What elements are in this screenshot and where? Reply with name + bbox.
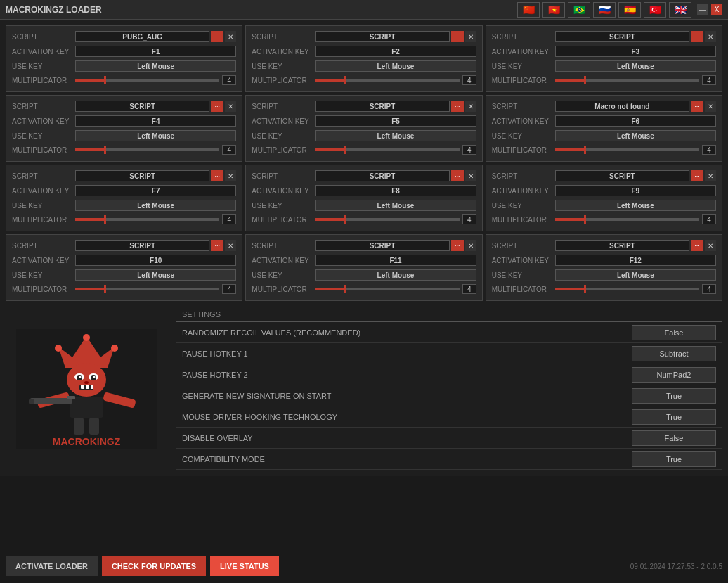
panel-dots-btn-p10[interactable]: ··· <box>211 240 223 251</box>
mult-row-p12: MULTIPLICATOR 4 <box>492 283 716 295</box>
use-key-row-p5: USE KEY Left Mouse <box>252 129 476 142</box>
use-key-value-p1[interactable]: Left Mouse <box>75 60 236 72</box>
settings-value-btn-6[interactable]: True <box>632 451 716 467</box>
panel-dots-btn-p4[interactable]: ··· <box>211 101 223 112</box>
panel-close-btn-p11[interactable]: ✕ <box>465 240 476 251</box>
mult-row-p9: MULTIPLICATOR 4 <box>492 214 716 225</box>
use-key-label-p8: USE KEY <box>252 202 315 210</box>
panel-dots-btn-p6[interactable]: ··· <box>691 101 703 112</box>
activation-row-p4: ACTIVATION KEY F4 <box>12 115 236 127</box>
slider-container-p10: 4 <box>75 284 236 294</box>
slider-track-p6[interactable] <box>555 148 699 151</box>
live-status-button[interactable]: LIVE STATUS <box>210 556 279 576</box>
slider-fill-p9 <box>555 218 584 221</box>
use-key-value-p9[interactable]: Left Mouse <box>555 200 716 211</box>
use-key-value-p10[interactable]: Left Mouse <box>75 269 236 281</box>
use-key-value-p6[interactable]: Left Mouse <box>555 130 716 141</box>
activation-row-p6: ACTIVATION KEY F6 <box>492 115 716 127</box>
flag-gb[interactable]: 🇬🇧 <box>669 2 691 18</box>
svg-point-4 <box>111 345 118 352</box>
settings-value-btn-3[interactable]: True <box>632 388 716 404</box>
use-key-value-p11[interactable]: Left Mouse <box>315 269 476 281</box>
flag-tr[interactable]: 🇹🇷 <box>644 2 666 18</box>
svg-rect-14 <box>81 385 84 389</box>
slider-track-p9[interactable] <box>555 218 699 221</box>
panel-close-btn-p5[interactable]: ✕ <box>465 101 476 112</box>
panel-close-btn-p12[interactable]: ✕ <box>705 240 716 251</box>
activation-row-p11: ACTIVATION KEY F11 <box>252 254 476 267</box>
slider-track-p11[interactable] <box>315 288 459 290</box>
script-panel-p2: SCRIPT SCRIPT ··· ✕ ACTIVATION KEY F2 US… <box>245 25 482 92</box>
use-key-value-p5[interactable]: Left Mouse <box>315 130 476 141</box>
slider-fill-p4 <box>75 148 104 151</box>
settings-value-btn-0[interactable]: False <box>632 325 716 340</box>
panel-dots-btn-p9[interactable]: ··· <box>691 170 703 181</box>
panel-dots-btn-p1[interactable]: ··· <box>211 31 223 42</box>
settings-label-4: MOUSE-DRIVER-HOOKING TECHNOLOGY <box>182 413 632 421</box>
panel-dots-btn-p12[interactable]: ··· <box>691 240 703 251</box>
panel-close-btn-p6[interactable]: ✕ <box>705 101 716 112</box>
svg-point-10 <box>79 376 82 378</box>
slider-track-p1[interactable] <box>75 79 219 82</box>
slider-track-p8[interactable] <box>315 218 459 221</box>
slider-track-p5[interactable] <box>315 148 459 151</box>
activation-key-label-p1: ACTIVATION KEY <box>12 48 75 56</box>
use-key-value-p2[interactable]: Left Mouse <box>315 60 476 72</box>
script-name-p4: SCRIPT <box>75 101 209 112</box>
close-button[interactable]: X <box>711 4 722 15</box>
panel-dots-btn-p11[interactable]: ··· <box>451 240 464 251</box>
script-panel-p12: SCRIPT SCRIPT ··· ✕ ACTIVATION KEY F12 U… <box>486 234 722 301</box>
panel-close-btn-p9[interactable]: ✕ <box>705 170 716 181</box>
panel-close-btn-p1[interactable]: ✕ <box>225 31 236 42</box>
panel-buttons-p5: ··· ✕ <box>451 101 476 112</box>
flag-br[interactable]: 🇧🇷 <box>568 2 590 18</box>
panel-close-btn-p8[interactable]: ✕ <box>465 170 476 181</box>
panel-close-btn-p7[interactable]: ✕ <box>225 170 236 181</box>
use-key-value-p3[interactable]: Left Mouse <box>555 60 716 72</box>
flag-es[interactable]: 🇪🇸 <box>618 2 641 18</box>
script-name-p8: SCRIPT <box>315 170 449 181</box>
panel-dots-btn-p5[interactable]: ··· <box>451 101 464 112</box>
check-updates-button[interactable]: CHECK FOR UPDATES <box>102 556 206 576</box>
panel-close-btn-p2[interactable]: ✕ <box>465 31 476 42</box>
use-key-value-p4[interactable]: Left Mouse <box>75 130 236 141</box>
panel-dots-btn-p3[interactable]: ··· <box>691 31 703 42</box>
slider-track-p10[interactable] <box>75 288 219 290</box>
slider-thumb-p2 <box>344 76 346 84</box>
slider-thumb-p8 <box>344 215 346 224</box>
panel-header-p11: SCRIPT SCRIPT ··· ✕ <box>252 239 476 252</box>
settings-value-btn-5[interactable]: False <box>632 430 716 446</box>
script-panel-p10: SCRIPT SCRIPT ··· ✕ ACTIVATION KEY F10 U… <box>6 234 242 301</box>
slider-track-p4[interactable] <box>75 148 219 151</box>
slider-container-p7: 4 <box>75 214 236 224</box>
panel-header-p7: SCRIPT SCRIPT ··· ✕ <box>12 169 236 182</box>
panel-close-btn-p10[interactable]: ✕ <box>225 240 236 251</box>
use-key-value-p12[interactable]: Left Mouse <box>555 269 716 281</box>
slider-fill-p10 <box>75 288 104 290</box>
panel-dots-btn-p2[interactable]: ··· <box>451 31 464 42</box>
flag-ru[interactable]: 🇷🇺 <box>593 2 616 18</box>
settings-value-btn-1[interactable]: Subtract <box>632 346 716 361</box>
slider-container-p6: 4 <box>555 145 716 155</box>
panel-dots-btn-p8[interactable]: ··· <box>451 170 464 181</box>
flag-cn[interactable]: 🇨🇳 <box>517 2 540 18</box>
panel-buttons-p2: ··· ✕ <box>451 31 476 42</box>
slider-track-p2[interactable] <box>315 79 459 82</box>
slider-track-p3[interactable] <box>555 79 699 82</box>
minimize-button[interactable]: — <box>697 4 708 15</box>
slider-track-p12[interactable] <box>555 288 699 290</box>
panel-dots-btn-p7[interactable]: ··· <box>211 170 223 181</box>
settings-value-btn-2[interactable]: NumPad2 <box>632 367 716 383</box>
panel-close-btn-p3[interactable]: ✕ <box>705 31 716 42</box>
use-key-row-p3: USE KEY Left Mouse <box>492 60 716 72</box>
slider-track-p7[interactable] <box>75 218 219 221</box>
panel-close-btn-p4[interactable]: ✕ <box>225 101 236 112</box>
activation-key-value-p11: F11 <box>315 255 476 266</box>
settings-value-btn-4[interactable]: True <box>632 409 716 425</box>
activation-key-value-p2: F2 <box>315 46 476 57</box>
mult-value-p12: 4 <box>702 284 716 294</box>
flag-vn[interactable]: 🇻🇳 <box>542 2 565 18</box>
use-key-value-p8[interactable]: Left Mouse <box>315 200 476 211</box>
use-key-value-p7[interactable]: Left Mouse <box>75 200 236 211</box>
activate-loader-button[interactable]: ACTIVATE LOADER <box>6 556 98 576</box>
